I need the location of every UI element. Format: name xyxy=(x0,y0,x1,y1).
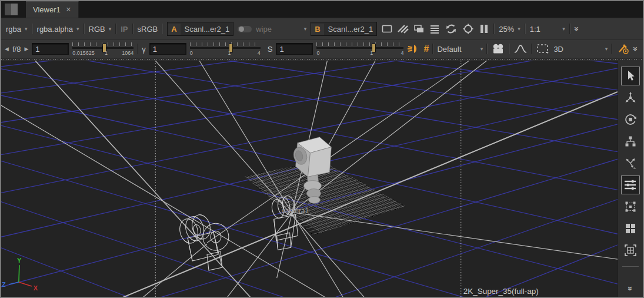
selection-handles-button[interactable] xyxy=(621,197,640,216)
viewer-process-dropdown[interactable]: Default ▾ xyxy=(437,45,483,54)
rotate-icon xyxy=(624,113,637,126)
free-transform-icon xyxy=(624,157,637,170)
select-tool-button[interactable] xyxy=(621,67,640,85)
prev-icon[interactable]: ◀ xyxy=(5,46,9,52)
gamma-slider[interactable]: 0 1 4 xyxy=(190,41,261,57)
chevron-down-icon: ▾ xyxy=(304,26,307,32)
divider xyxy=(486,44,488,54)
chevron-down-icon: ▾ xyxy=(605,46,608,52)
divider xyxy=(137,44,138,54)
saturation-input[interactable]: 1 xyxy=(276,43,313,55)
collapse-toolbar-icon[interactable]: » xyxy=(631,47,640,51)
chevron-down-icon: ▾ xyxy=(25,26,28,32)
chevron-down-icon: ▾ xyxy=(109,26,112,32)
tab-bar: Viewer1 ✕ xyxy=(1,1,643,18)
panel-layout-icon[interactable] xyxy=(5,4,18,15)
gamma-input[interactable]: 1 xyxy=(149,43,186,55)
axis-z-label: Z xyxy=(2,281,6,288)
camera-name-label: camera1 xyxy=(282,207,309,215)
viewport-scene[interactable]: Y X Z camera1 2K_Super_35(full-ap) xyxy=(1,61,618,297)
divider xyxy=(32,24,33,34)
divider xyxy=(132,24,134,34)
saturation-slider[interactable]: 0 1 4 xyxy=(316,41,403,57)
tab-label: Viewer1 xyxy=(33,5,61,14)
new-viewer-icon[interactable] xyxy=(413,24,425,34)
roi-marquee-icon[interactable] xyxy=(536,43,550,55)
adjust-controls-button[interactable] xyxy=(621,176,640,194)
collapse-sidebar-icon[interactable]: » xyxy=(626,286,635,291)
monitor-output-icon[interactable] xyxy=(381,24,393,34)
divider xyxy=(509,44,510,54)
frame-grid-icon xyxy=(624,244,637,257)
guides-target-icon[interactable] xyxy=(462,23,475,35)
viewer-toolbar-top: rgba ▾ rgba.alpha ▾ RGB ▾ IP sRGB A Scan… xyxy=(1,18,643,39)
close-icon[interactable]: ✕ xyxy=(66,6,71,14)
input-b-label: B xyxy=(311,24,323,35)
rotate-tool-button[interactable] xyxy=(621,110,640,129)
alpha-layer-dropdown[interactable]: rgba.alpha ▾ xyxy=(37,25,79,34)
next-icon[interactable]: ▶ xyxy=(24,46,28,52)
frame-view-button[interactable] xyxy=(621,241,640,260)
divider xyxy=(432,44,433,54)
fstop-label[interactable]: f/8 xyxy=(12,45,21,54)
free-transform-tool-button[interactable] xyxy=(621,154,640,173)
wipe-pattern-icon[interactable] xyxy=(397,24,409,34)
color-sample-eyedropper-icon[interactable] xyxy=(616,42,630,55)
divider xyxy=(531,44,532,54)
collapse-toolbar-icon[interactable]: » xyxy=(572,27,582,31)
input-a-field[interactable]: A Scanl...er2_1 xyxy=(167,22,233,36)
grid-overlay-icon[interactable]: # xyxy=(423,44,429,54)
viewport-tool-sidebar: » xyxy=(618,61,643,297)
gaussian-curve-icon[interactable] xyxy=(513,43,528,55)
cursor-icon xyxy=(624,69,637,82)
divider xyxy=(569,24,570,34)
hierarchy-tool-button[interactable] xyxy=(621,132,640,151)
viewer-toolbar-bottom: ◀ f/8 ▶ 1 0.015625 1 1064 γ 1 0 1 4 S 1 … xyxy=(1,39,643,58)
wipe-dropdown[interactable]: wipe ▾ xyxy=(256,25,306,34)
grid-2x2-icon xyxy=(624,222,637,235)
chevron-down-icon: ▾ xyxy=(481,46,483,52)
wipe-toggle[interactable] xyxy=(238,26,252,32)
viewport-3d[interactable]: Y X Z camera1 2K_Super_35(full-ap) xyxy=(1,61,618,297)
refresh-icon[interactable] xyxy=(445,23,458,35)
selection-handles-icon xyxy=(624,200,637,213)
chevron-down-icon: ▾ xyxy=(76,26,79,32)
pause-icon[interactable] xyxy=(479,24,489,34)
tab-viewer1[interactable]: Viewer1 ✕ xyxy=(26,1,79,18)
lighting-icon[interactable] xyxy=(407,43,420,55)
input-a-label: A xyxy=(168,24,180,35)
translate-icon xyxy=(624,91,637,104)
axis-x-label: X xyxy=(34,284,38,292)
sliders-icon xyxy=(623,178,638,191)
viewer-window: Viewer1 ✕ rgba ▾ rgba.alpha ▾ RGB ▾ IP s… xyxy=(0,0,644,298)
divider xyxy=(84,24,85,34)
zoom-dropdown[interactable]: 25% ▾ xyxy=(499,25,520,34)
stack-layers-icon[interactable] xyxy=(429,24,441,34)
divider xyxy=(493,24,495,34)
saturation-label: S xyxy=(268,45,273,54)
chevron-down-icon: ▾ xyxy=(562,26,565,32)
proxy-dropdown[interactable]: 1:1 ▾ xyxy=(530,25,565,34)
input-process-button[interactable]: IP xyxy=(121,25,128,34)
layout-grid-button[interactable] xyxy=(621,219,640,238)
divider xyxy=(115,24,116,34)
divider xyxy=(611,44,612,54)
format-label: 2K_Super_35(full-ap) xyxy=(463,287,539,296)
axis-y-label: Y xyxy=(17,257,22,264)
input-b-field[interactable]: B Scanl...er2_1 xyxy=(311,22,377,36)
divider xyxy=(525,24,526,34)
film-camera-icon[interactable] xyxy=(491,43,505,55)
hierarchy-icon xyxy=(624,135,637,148)
translate-tool-button[interactable] xyxy=(621,88,640,107)
layer-dropdown[interactable]: rgba ▾ xyxy=(6,25,28,34)
gain-input[interactable]: 1 xyxy=(32,43,69,55)
axis-indicator: Y X Z xyxy=(2,257,38,292)
gain-slider[interactable]: 0.015625 1 1064 xyxy=(72,41,134,57)
camera-wireframe-left[interactable] xyxy=(178,213,229,270)
divider xyxy=(622,266,639,267)
view-mode-dropdown[interactable]: 3D ▾ xyxy=(553,45,608,54)
channel-display-dropdown[interactable]: RGB ▾ xyxy=(89,25,112,34)
divider xyxy=(162,24,163,34)
colorspace-dropdown[interactable]: sRGB xyxy=(138,25,158,34)
chevron-down-icon: ▾ xyxy=(518,26,520,32)
